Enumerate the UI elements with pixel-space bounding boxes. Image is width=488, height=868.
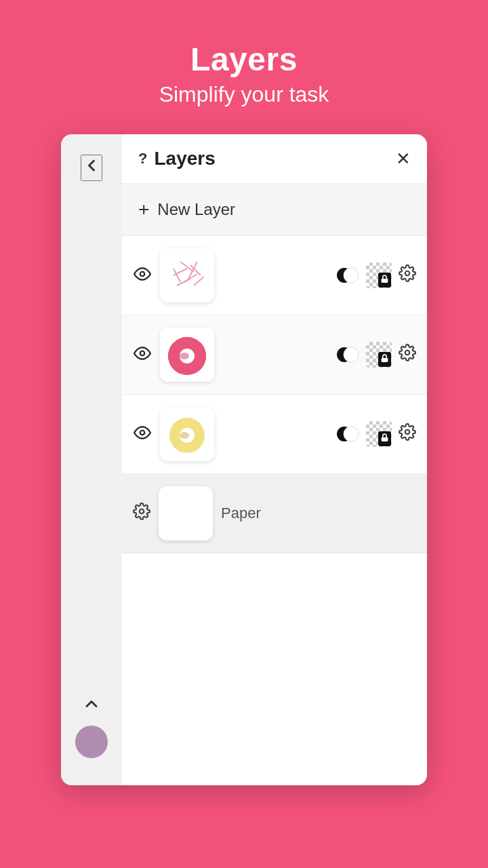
- layer-controls: [335, 262, 416, 288]
- color-swatch[interactable]: [75, 726, 108, 758]
- transparency-button[interactable]: [366, 342, 392, 368]
- page-subtitle: Simplify your task: [159, 82, 329, 107]
- blend-mode-button[interactable]: [335, 422, 359, 446]
- visibility-icon[interactable]: [133, 344, 152, 366]
- transparency-button[interactable]: [366, 421, 392, 447]
- layer-settings-button[interactable]: [399, 264, 416, 286]
- visibility-icon[interactable]: [133, 265, 152, 286]
- svg-point-25: [405, 351, 410, 355]
- layer-thumbnail[interactable]: [160, 407, 214, 461]
- layers-list: Paper: [122, 236, 427, 785]
- layer-settings-button[interactable]: [399, 344, 416, 366]
- paper-settings-button[interactable]: [133, 502, 150, 524]
- layer-thumbnail[interactable]: [160, 328, 214, 382]
- help-icon[interactable]: ?: [138, 150, 147, 167]
- svg-point-13: [405, 271, 410, 276]
- svg-rect-12: [382, 279, 388, 283]
- blend-mode-button[interactable]: [335, 342, 359, 367]
- main-panel: ? Layers ✕ + New Layer: [122, 134, 427, 785]
- transparency-button[interactable]: [366, 262, 392, 288]
- layer-controls: [335, 421, 416, 447]
- svg-rect-33: [382, 437, 388, 441]
- app-window: ? Layers ✕ + New Layer: [61, 134, 427, 785]
- svg-rect-1: [160, 248, 214, 302]
- page-title: Layers: [190, 41, 298, 78]
- table-row: [122, 315, 427, 395]
- paper-label: Paper: [221, 505, 261, 522]
- panel-title: Layers: [154, 148, 389, 170]
- sidebar: [61, 134, 122, 785]
- table-row: [122, 236, 427, 315]
- svg-point-32: [344, 427, 359, 441]
- table-row: [122, 395, 427, 474]
- svg-point-26: [140, 430, 145, 435]
- svg-point-14: [140, 351, 145, 355]
- sidebar-bottom: [75, 694, 108, 758]
- svg-point-23: [344, 347, 359, 362]
- svg-point-0: [140, 271, 145, 276]
- back-button[interactable]: [81, 155, 102, 181]
- panel-header: ? Layers ✕: [122, 134, 427, 184]
- new-layer-label: New Layer: [157, 200, 235, 219]
- new-layer-button[interactable]: + New Layer: [122, 184, 427, 236]
- paper-thumbnail[interactable]: [159, 486, 213, 540]
- chevron-up-icon[interactable]: [82, 694, 101, 717]
- svg-point-35: [140, 509, 144, 514]
- svg-point-11: [344, 268, 359, 283]
- layer-settings-button[interactable]: [399, 423, 416, 445]
- svg-rect-24: [382, 358, 388, 362]
- plus-icon: +: [138, 199, 149, 220]
- top-header: Layers Simplify your task: [159, 0, 329, 134]
- layer-thumbnail[interactable]: [160, 248, 214, 302]
- svg-point-34: [405, 430, 410, 435]
- layer-controls: [335, 342, 416, 368]
- paper-layer-row: Paper: [122, 474, 427, 553]
- blend-mode-button[interactable]: [335, 263, 359, 288]
- svg-point-21: [180, 353, 189, 359]
- visibility-icon[interactable]: [133, 424, 152, 445]
- close-button[interactable]: ✕: [396, 149, 411, 170]
- svg-point-30: [180, 432, 189, 439]
